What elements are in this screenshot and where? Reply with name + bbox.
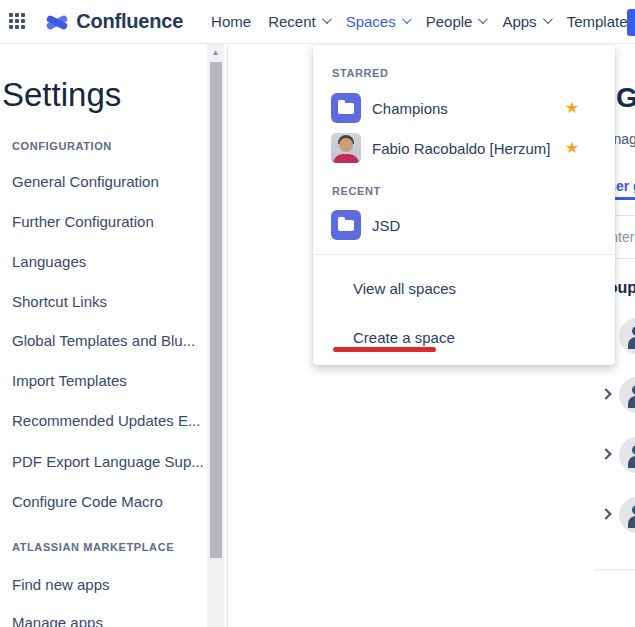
nav-home[interactable]: Home (211, 13, 251, 30)
page-title: Settings (2, 76, 121, 114)
nav-people[interactable]: People (426, 13, 486, 30)
group-avatar (619, 437, 635, 473)
nav-recent-label: Recent (268, 13, 316, 30)
nav-apps[interactable]: Apps (502, 13, 549, 30)
space-folder-icon (331, 93, 361, 123)
star-icon[interactable]: ★ (565, 140, 579, 156)
nav-recent[interactable]: Recent (268, 13, 329, 30)
group-avatar (619, 318, 635, 354)
product-name: Confluence (76, 10, 183, 33)
sidebar-item-recommended-updates[interactable]: Recommended Updates E... (12, 412, 200, 429)
expand-chevron-icon[interactable] (600, 388, 611, 399)
starred-section-label: STARRED (332, 67, 389, 79)
chevron-down-icon (543, 14, 553, 24)
group-avatar (619, 377, 635, 413)
space-name: Fabio Racobaldo [Herzum] (372, 140, 550, 157)
nav-templates[interactable]: Templates (567, 13, 635, 30)
space-item-champions[interactable]: Champions ★ (331, 92, 597, 124)
recent-section-label: RECENT (332, 185, 381, 197)
confluence-logo-icon (45, 11, 69, 33)
sidebar-item-further-configuration[interactable]: Further Configuration (12, 213, 154, 230)
groups-page-heading: Groups (616, 82, 635, 114)
sidebar-item-general-configuration[interactable]: General Configuration (12, 173, 159, 190)
chevron-down-icon (402, 14, 412, 24)
nav-spaces-label: Spaces (346, 13, 396, 30)
chevron-down-icon (322, 14, 332, 24)
sidebar-item-pdf-export-language[interactable]: PDF Export Language Sup... (12, 453, 204, 470)
chevron-down-icon (478, 14, 488, 24)
nav-home-label: Home (211, 13, 251, 30)
space-item-jsd[interactable]: JSD (331, 209, 597, 241)
app-window: Confluence Home Recent Spaces People App… (0, 0, 635, 627)
space-item-fabio-racobaldo[interactable]: Fabio Racobaldo [Herzum] ★ (331, 132, 597, 164)
group-avatar (619, 497, 635, 533)
star-icon[interactable]: ★ (565, 100, 579, 116)
space-name: Champions (372, 100, 448, 117)
section-label-configuration: CONFIGURATION (12, 140, 112, 152)
user-photo-avatar (331, 133, 361, 163)
sidebar-item-import-templates[interactable]: Import Templates (12, 372, 127, 389)
spaces-dropdown-menu: STARRED Champions ★ Fabio Racobaldo [Her… (313, 45, 615, 365)
list-divider (594, 569, 635, 571)
section-label-atlassian-marketplace: ATLASSIAN MARKETPLACE (12, 541, 174, 553)
group-row[interactable] (594, 437, 635, 473)
nav-apps-label: Apps (502, 13, 536, 30)
create-a-space-label: Create a space (353, 329, 455, 346)
sidebar-item-configure-code-macro[interactable]: Configure Code Macro (12, 493, 163, 510)
view-all-spaces-item[interactable]: View all spaces (313, 268, 615, 308)
space-name: JSD (372, 217, 400, 234)
sidebar-item-languages[interactable]: Languages (12, 253, 86, 270)
sidebar-item-find-new-apps[interactable]: Find new apps (12, 576, 110, 593)
scrollbar-up-arrow-icon[interactable]: ▲ (207, 46, 224, 60)
expand-chevron-icon[interactable] (600, 448, 611, 459)
nav-people-label: People (426, 13, 473, 30)
sidebar-item-manage-apps[interactable]: Manage apps (12, 614, 103, 627)
nav-templates-label: Templates (567, 13, 635, 30)
sidebar-item-global-templates[interactable]: Global Templates and Blu... (12, 332, 195, 349)
nav-spaces[interactable]: Spaces (346, 13, 409, 30)
group-row[interactable] (594, 497, 635, 533)
expand-chevron-icon[interactable] (600, 508, 611, 519)
app-switcher-icon[interactable] (9, 13, 25, 31)
group-row[interactable] (594, 377, 635, 413)
annotation-underline (333, 347, 436, 352)
top-navbar: Confluence Home Recent Spaces People App… (0, 0, 635, 44)
sidebar-scrollbar-thumb[interactable] (210, 62, 222, 558)
sidebar-content-divider (227, 44, 228, 627)
space-folder-icon (331, 210, 361, 240)
view-all-spaces-label: View all spaces (353, 280, 456, 297)
primary-nav: Home Recent Spaces People Apps Templates (211, 13, 635, 30)
settings-sidebar: Settings CONFIGURATION General Configura… (0, 44, 227, 627)
sidebar-item-shortcut-links[interactable]: Shortcut Links (12, 293, 107, 310)
confluence-home-link[interactable]: Confluence (45, 10, 183, 33)
menu-divider (313, 254, 615, 255)
create-button[interactable] (627, 9, 635, 36)
